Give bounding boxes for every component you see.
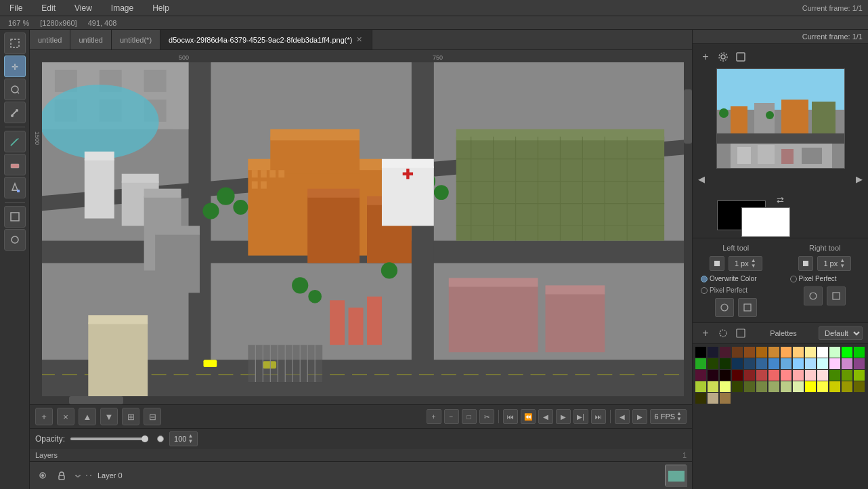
color-cell-48[interactable] [768,381,779,392]
copy-cel-button[interactable]: □ [462,409,477,424]
pixel-perfect-radio-left[interactable] [701,287,708,294]
menu-edit[interactable]: Edit [37,2,60,14]
color-cell-37[interactable] [805,370,816,381]
move-layer-up-button[interactable]: ▲ [79,408,96,425]
layer-thumbnail[interactable] [665,465,687,486]
color-cell-45[interactable] [732,381,743,392]
tab-untitled-3[interactable]: untitled(*) [112,30,160,49]
first-frame-button[interactable]: ⏮ [503,409,518,424]
copy-layer-button[interactable]: ⊞ [122,408,139,425]
opacity-slider[interactable] [70,438,145,440]
opacity-toggle[interactable] [157,435,164,442]
color-cell-1[interactable] [708,347,718,358]
color-cell-10[interactable] [817,347,828,358]
palette-export-button[interactable] [733,326,748,341]
color-cell-40[interactable] [842,370,852,381]
tab-untitled-1[interactable]: untitled [30,30,70,49]
color-cell-4[interactable] [744,347,755,358]
color-cell-24[interactable] [817,358,828,369]
canvas-viewport[interactable]: 500 750 1500 [30,50,692,404]
unlink-cel-button[interactable]: ✂ [479,409,494,424]
menu-view[interactable]: View [70,2,96,14]
pixel-perfect-radio-right[interactable] [790,276,797,282]
color-cell-7[interactable] [781,347,791,358]
right-shape-square[interactable] [827,286,846,305]
marquee-tool[interactable] [4,33,26,54]
city-canvas[interactable] [42,62,692,404]
add-layer-button[interactable]: + [35,408,53,425]
color-cell-15[interactable] [708,358,718,369]
color-cell-11[interactable] [829,347,840,358]
tab-main-file[interactable]: d5ocwx-29f86d4a-6379-4525-9ac2-8fdeb3da1… [160,30,372,49]
eraser-tool[interactable] [4,154,26,175]
move-tool[interactable]: ✛ [4,56,26,77]
color-cell-54[interactable] [842,381,852,392]
opacity-down-arrow[interactable]: ▼ [188,439,193,444]
color-cell-8[interactable] [793,347,804,358]
color-cell-2[interactable] [720,347,731,358]
color-cell-33[interactable] [756,370,767,381]
fill-tool[interactable] [4,177,26,198]
color-cell-58[interactable] [720,393,731,404]
preview-export-button[interactable] [733,49,748,64]
overwrite-color-radio[interactable] [701,276,708,282]
color-cell-5[interactable] [756,347,767,358]
color-cell-32[interactable] [744,370,755,381]
color-cell-47[interactable] [756,381,767,392]
color-cell-35[interactable] [781,370,791,381]
palette-options-button[interactable] [716,326,731,341]
layer-lock-toggle[interactable] [54,468,69,483]
color-cell-26[interactable] [842,358,852,369]
left-shape-circle[interactable] [715,298,734,317]
color-cell-14[interactable] [695,358,706,369]
color-cell-27[interactable] [854,358,865,369]
color-cell-52[interactable] [817,381,828,392]
color-cell-56[interactable] [695,393,706,404]
color-cell-18[interactable] [744,358,755,369]
color-cell-19[interactable] [756,358,767,369]
left-size-down[interactable]: ▼ [751,263,756,269]
color-cell-9[interactable] [805,347,816,358]
color-cell-51[interactable] [805,381,816,392]
swap-colors-button[interactable]: ⇄ [777,195,784,205]
preview-settings-button[interactable] [716,49,731,64]
shape-tool[interactable] [4,206,26,228]
preview-prev-button[interactable]: ◀ [698,174,705,184]
color-cell-42[interactable] [695,381,706,392]
color-cell-49[interactable] [781,381,791,392]
color-cell-20[interactable] [768,358,779,369]
color-cell-53[interactable] [829,381,840,392]
prev-frame-button[interactable]: ⏪ [521,409,536,424]
color-cell-12[interactable] [842,347,852,358]
color-cell-22[interactable] [793,358,804,369]
add-palette-button[interactable]: + [698,326,713,341]
next-frame-button[interactable]: ▶| [573,409,588,424]
color-cell-0[interactable] [695,347,706,358]
color-cell-23[interactable] [805,358,816,369]
color-cell-6[interactable] [768,347,779,358]
color-cell-43[interactable] [708,381,718,392]
next-loop-button[interactable]: ▶ [632,409,647,424]
color-cell-36[interactable] [793,370,804,381]
prev-loop-button[interactable]: ◀ [615,409,630,424]
opacity-value-control[interactable]: 100 ▲ ▼ [169,431,198,446]
fps-down-arrow[interactable]: ▼ [676,417,682,422]
color-cell-39[interactable] [829,370,840,381]
pencil-tool[interactable] [4,131,26,152]
blur-tool[interactable] [4,229,26,251]
color-cell-13[interactable] [854,347,865,358]
color-cell-57[interactable] [708,393,718,404]
delete-layer-button[interactable]: × [57,408,74,425]
play-button[interactable]: ▶ [556,409,571,424]
add-frame-button[interactable]: + [427,409,441,424]
color-cell-38[interactable] [817,370,828,381]
palette-selector[interactable]: Default 16 32 64 [819,326,863,340]
left-tool-size-control[interactable]: 1 px ▲ ▼ [729,256,762,271]
delete-frame-button[interactable]: − [444,409,459,424]
menu-help[interactable]: Help [148,2,173,14]
color-cell-3[interactable] [732,347,743,358]
preview-add-button[interactable]: + [698,49,713,64]
color-cell-31[interactable] [732,370,743,381]
last-frame-button[interactable]: ⏭ [591,409,606,424]
color-cell-29[interactable] [708,370,718,381]
